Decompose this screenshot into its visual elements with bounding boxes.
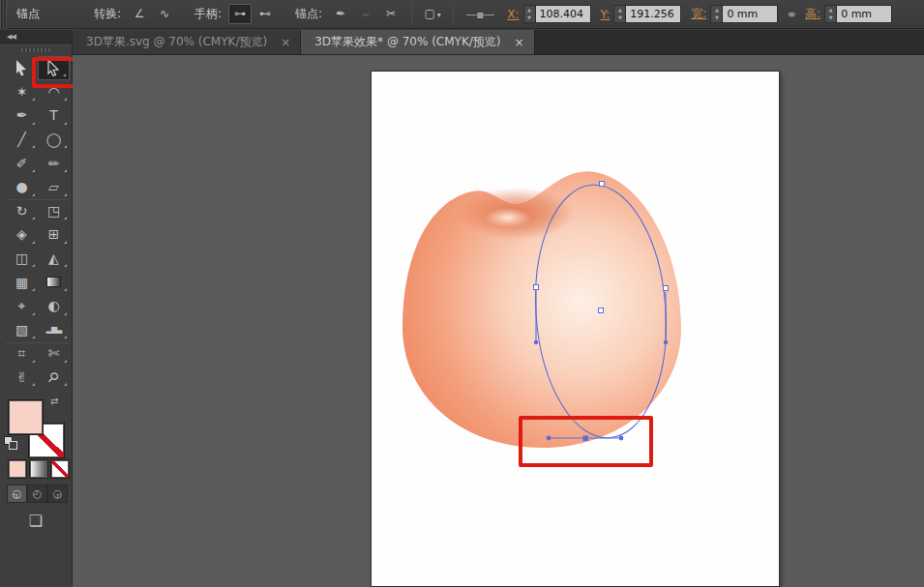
document-tab-1[interactable]: 3D苹果.svg @ 70% (CMYK/预览)× <box>73 30 301 54</box>
eyedropper-tool[interactable]: ⌖ <box>6 294 38 318</box>
magic-wand-icon: ✶ <box>16 85 28 99</box>
draw-behind-button[interactable]: ◴ <box>27 484 47 503</box>
gradient-button[interactable] <box>29 459 48 479</box>
constrain-proportions-icon[interactable]: ⚭ <box>786 7 797 22</box>
stepper-up-icon[interactable]: ▲ <box>711 6 722 14</box>
control-bar: 锚点 转换: ∠∿ 手柄: ⊶⊷ 锚点: ✒⌣✂ ▢▾ —▪— X: ▲▼ Y:… <box>0 0 924 29</box>
rotate-tool[interactable]: ↻ <box>6 199 38 223</box>
handles-label: 手柄: <box>194 6 222 22</box>
tab-close-icon[interactable]: × <box>515 36 524 49</box>
hide-handles-button[interactable]: ⊷ <box>253 4 277 24</box>
stepper-up-icon[interactable]: ▲ <box>614 6 625 14</box>
draw-normal-button[interactable]: ◵ <box>7 484 27 503</box>
remove-anchor-button[interactable]: ✒ <box>329 4 352 24</box>
width-field-group: 宽: ▲▼ <box>691 5 778 23</box>
fill-swatch[interactable] <box>8 399 44 435</box>
zoom-tool[interactable]: ⚲ <box>38 366 70 390</box>
stepper-down-icon[interactable]: ▼ <box>614 14 625 21</box>
stepper-up-icon[interactable]: ▲ <box>825 6 836 14</box>
ellipse-tool[interactable]: ◯ <box>38 128 70 152</box>
collapse-panel-button[interactable]: ◀◀ <box>0 30 72 44</box>
y-stepper[interactable]: ▲▼ <box>613 5 625 23</box>
perspective-grid-tool[interactable]: ◭ <box>38 247 70 271</box>
cut-path-button[interactable]: ✂ <box>379 4 402 24</box>
screen-mode-button[interactable]: ❏ <box>21 510 50 531</box>
tab-close-icon[interactable]: × <box>281 36 290 49</box>
convert-label: 转换: <box>94 6 121 22</box>
stepper-down-icon[interactable]: ▼ <box>825 14 836 21</box>
stepper-down-icon[interactable]: ▼ <box>711 14 722 21</box>
apple-body[interactable] <box>402 171 681 448</box>
anchor-point <box>534 285 539 290</box>
anchor-point <box>600 182 605 187</box>
connect-endpoints-button[interactable]: ⌣ <box>354 4 377 24</box>
height-input[interactable] <box>836 5 892 23</box>
symbol-sprayer-icon: ▧ <box>15 323 28 337</box>
rotate-icon: ↻ <box>16 204 28 218</box>
hand-tool[interactable]: ✌ <box>6 366 38 390</box>
default-fill-stroke-icon[interactable] <box>4 436 17 450</box>
stepper-up-icon[interactable]: ▲ <box>524 6 535 14</box>
column-graph-tool[interactable]: ▂▆▃ <box>38 318 70 342</box>
pasteboard[interactable] <box>73 55 924 587</box>
gradient-tool[interactable] <box>38 270 70 294</box>
apple-artwork <box>372 72 781 587</box>
stepper-down-icon[interactable]: ▼ <box>524 14 535 21</box>
x-input[interactable] <box>535 5 591 23</box>
scale-tool[interactable]: ◳ <box>38 199 70 223</box>
shape-builder-tool[interactable]: ◫ <box>6 247 38 271</box>
mesh-tool[interactable]: ▦ <box>6 270 38 294</box>
height-label[interactable]: 高: <box>805 6 820 22</box>
direct-selection-tool[interactable] <box>38 56 70 80</box>
eraser-icon: ▱ <box>48 180 59 193</box>
width-tool[interactable]: ◈ <box>6 222 38 247</box>
blob-brush-tool[interactable]: ● <box>6 175 38 199</box>
none-button[interactable] <box>50 459 70 479</box>
isolate-selection-button[interactable]: ▢▾ <box>421 4 444 24</box>
pencil-tool[interactable]: ✏ <box>38 151 70 175</box>
slice-tool[interactable]: ✄ <box>38 341 70 366</box>
blend-tool[interactable]: ◐ <box>38 294 70 318</box>
document-tab-2[interactable]: 3D苹果效果* @ 70% (CMYK/预览)× <box>301 30 534 54</box>
x-stepper[interactable]: ▲▼ <box>523 5 535 23</box>
remove-anchor-icon: ✒ <box>336 7 345 20</box>
show-handles-button[interactable]: ⊶ <box>228 4 252 24</box>
pen-tool[interactable]: ✒ <box>6 103 38 128</box>
collapse-icon: ◀◀ <box>7 33 15 41</box>
width-stepper[interactable]: ▲▼ <box>710 5 722 23</box>
line-segment-tool[interactable]: ╱ <box>6 128 38 152</box>
magic-wand-tool[interactable]: ✶ <box>6 80 38 104</box>
artboard-tool[interactable]: ⌗ <box>6 341 38 366</box>
y-label[interactable]: Y: <box>601 8 611 21</box>
symbol-sprayer-tool[interactable]: ▧ <box>6 318 38 342</box>
tab-title: 3D苹果效果* @ 70% (CMYK/预览) <box>314 34 500 50</box>
y-input[interactable] <box>625 5 681 23</box>
color-button[interactable] <box>8 459 27 479</box>
panel-grip-icon[interactable] <box>0 0 7 29</box>
type-tool[interactable]: T <box>38 103 70 128</box>
y-field-group: Y: ▲▼ <box>601 5 682 23</box>
eraser-tool[interactable]: ▱ <box>38 175 70 199</box>
selected-anchor-point[interactable] <box>583 436 589 442</box>
free-transform-tool[interactable]: ⊞ <box>38 222 70 247</box>
lasso-tool[interactable]: ◠ <box>38 80 70 104</box>
blob-brush-icon: ● <box>15 180 27 193</box>
draw-inside-icon: ◶ <box>53 487 63 500</box>
swap-fill-stroke-icon[interactable]: ⇄ <box>50 396 58 406</box>
convert-buttons: ∠∿ <box>127 4 177 24</box>
hand-icon: ✌ <box>16 370 28 384</box>
convert-to-smooth-button[interactable]: ∿ <box>153 4 176 24</box>
selection-tool[interactable] <box>6 56 38 80</box>
hide-handles-icon: ⊷ <box>259 7 271 20</box>
width-input[interactable] <box>722 5 778 23</box>
height-stepper[interactable]: ▲▼ <box>824 5 836 23</box>
panel-gripper-icon[interactable] <box>21 48 50 52</box>
x-label[interactable]: X: <box>507 8 519 21</box>
width-label[interactable]: 宽: <box>691 6 706 22</box>
paintbrush-tool[interactable]: ✐ <box>6 151 38 175</box>
convert-to-corner-button[interactable]: ∠ <box>128 4 151 24</box>
draw-inside-button[interactable]: ◶ <box>47 484 68 503</box>
artboard[interactable] <box>371 71 780 587</box>
anchors-buttons: ✒⌣✂ <box>328 4 403 24</box>
anchors-label: 锚点: <box>295 6 322 22</box>
